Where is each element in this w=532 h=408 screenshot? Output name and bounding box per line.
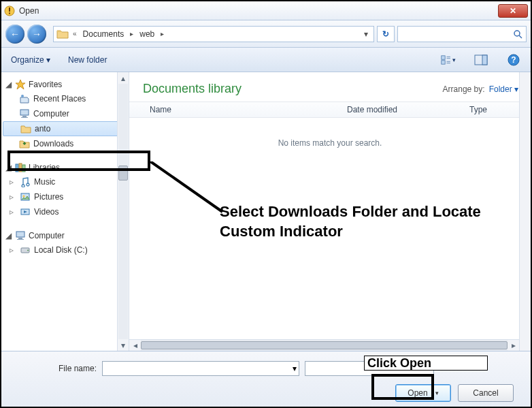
preview-pane-button[interactable]: [473, 52, 488, 67]
annotation-click-open: Click Open: [364, 356, 488, 371]
breadcrumb-dropdown[interactable]: ▾: [361, 29, 371, 39]
annotation-instruction: Select Downloads Folder and Locate Custo…: [220, 202, 492, 241]
sidebar-header-favorites[interactable]: ◢ Favorites: [1, 78, 129, 91]
breadcrumb[interactable]: « Documents ▸ web ▸ ▾: [53, 26, 374, 42]
favorites-icon: [15, 79, 26, 90]
svg-line-4: [519, 35, 522, 38]
sidebar-section-computer: ◢ Computer ▹ Local Disk (C:): [1, 229, 129, 257]
scroll-left-icon[interactable]: ◂: [129, 341, 141, 350]
scroll-thumb[interactable]: [118, 166, 128, 181]
search-icon: [513, 29, 522, 39]
sidebar-item-local-disk[interactable]: ▹ Local Disk (C:): [1, 242, 129, 257]
column-modified[interactable]: Date modified: [347, 105, 449, 114]
refresh-icon: ↻: [382, 29, 389, 39]
sidebar-item-label: anto: [35, 124, 50, 134]
svg-rect-19: [21, 117, 28, 118]
content-vscroll-gutter: [519, 72, 531, 351]
chevron-right-icon: ▸: [129, 30, 135, 37]
breadcrumb-item[interactable]: Documents: [81, 29, 127, 39]
sidebar-scrollbar[interactable]: ▴ ▾: [117, 72, 129, 351]
views-icon: [441, 54, 452, 66]
split-chevron-icon[interactable]: ▾: [432, 390, 439, 396]
sidebar-section-libraries: ◢ Libraries ▹ Music ▹ Pictures ▹ Videos: [1, 161, 129, 219]
new-folder-label: New folder: [68, 55, 107, 65]
sidebar-item-music[interactable]: ▹ Music: [1, 174, 129, 189]
chevron-icon: «: [71, 30, 78, 37]
sidebar-header-libraries[interactable]: ◢ Libraries: [1, 161, 129, 174]
scroll-down-icon[interactable]: ▾: [118, 339, 129, 351]
svg-rect-1: [9, 7, 10, 12]
libraries-icon: [15, 162, 26, 173]
hscroll-thumb[interactable]: [141, 341, 508, 349]
forward-button[interactable]: →: [27, 25, 46, 44]
scroll-track[interactable]: [118, 84, 128, 339]
expand-icon: ▹: [10, 192, 16, 202]
scroll-right-icon[interactable]: ▸: [508, 341, 519, 350]
new-folder-button[interactable]: New folder: [68, 55, 107, 65]
downloads-icon: [19, 138, 30, 149]
back-button[interactable]: ←: [5, 25, 24, 44]
arrow-right-icon: →: [32, 29, 41, 40]
help-icon: ?: [508, 54, 520, 66]
cancel-button-label: Cancel: [473, 388, 498, 398]
folder-icon: [20, 123, 31, 134]
sidebar-header-computer[interactable]: ◢ Computer: [1, 229, 129, 242]
libraries-label: Libraries: [29, 163, 60, 172]
nav-bar: ← → « Documents ▸ web ▸ ▾ ↻: [1, 20, 531, 48]
svg-rect-28: [18, 238, 22, 239]
cancel-button[interactable]: Cancel: [458, 384, 514, 402]
videos-icon: [20, 206, 31, 217]
sidebar-item-videos[interactable]: ▹ Videos: [1, 204, 129, 219]
file-name-input[interactable]: ▾: [102, 361, 299, 376]
arrange-label: Arrange by:: [443, 84, 485, 94]
column-type[interactable]: Type: [469, 105, 524, 114]
collapse-icon: ◢: [5, 80, 12, 89]
sidebar-item-anto[interactable]: anto: [3, 121, 127, 136]
arrange-value[interactable]: Folder ▾: [489, 84, 518, 94]
sidebar-section-favorites: ◢ Favorites Recent Places Computer anto …: [1, 78, 129, 151]
open-button-label: Open: [408, 388, 427, 398]
svg-point-31: [27, 250, 29, 251]
horizontal-scrollbar[interactable]: ◂ ▸: [129, 339, 519, 351]
preview-icon: [474, 54, 488, 65]
refresh-button[interactable]: ↻: [377, 26, 395, 42]
music-icon: [20, 176, 31, 187]
column-name[interactable]: Name: [150, 105, 327, 114]
column-headers[interactable]: Name Date modified Type: [129, 101, 531, 118]
sidebar-item-recent-places[interactable]: Recent Places: [1, 91, 129, 106]
close-button[interactable]: ✕: [498, 4, 528, 18]
disk-icon: [20, 245, 31, 255]
change-view-button[interactable]: ▾: [441, 52, 456, 67]
sidebar-item-label: Local Disk (C:): [34, 245, 88, 255]
svg-rect-18: [22, 116, 27, 117]
organize-menu[interactable]: Organize ▾: [11, 55, 50, 65]
sidebar-item-label: Videos: [34, 207, 59, 217]
open-button[interactable]: Open ▾: [395, 384, 451, 402]
hscroll-track[interactable]: [141, 340, 508, 351]
chevron-down-icon[interactable]: ▾: [293, 364, 297, 373]
empty-message: No items match your search.: [129, 118, 531, 168]
sidebar: ◢ Favorites Recent Places Computer anto …: [1, 72, 129, 351]
sidebar-item-label: Music: [34, 177, 55, 187]
svg-rect-6: [442, 60, 445, 63]
help-button[interactable]: ?: [506, 52, 521, 67]
arrange-by[interactable]: Arrange by: Folder ▾: [443, 84, 518, 94]
collapse-icon: ◢: [5, 163, 12, 172]
library-title: Documents library: [143, 82, 443, 96]
sidebar-item-computer-fav[interactable]: Computer: [1, 106, 129, 121]
search-input[interactable]: [397, 26, 527, 42]
arrow-left-icon: ←: [10, 29, 20, 40]
computer-label: Computer: [29, 231, 65, 240]
toolbar: Organize ▾ New folder ▾ ?: [1, 48, 531, 72]
title-bar: Open ✕: [1, 1, 531, 20]
breadcrumb-item[interactable]: web: [137, 29, 156, 39]
expand-icon: ▹: [10, 207, 16, 217]
svg-rect-20: [16, 164, 18, 172]
sidebar-item-pictures[interactable]: ▹ Pictures: [1, 189, 129, 204]
sidebar-item-downloads[interactable]: Downloads: [1, 136, 129, 151]
content-header: Documents library Arrange by: Folder ▾: [129, 72, 531, 101]
svg-rect-5: [442, 55, 445, 59]
svg-rect-17: [20, 110, 29, 115]
scroll-up-icon[interactable]: ▴: [118, 72, 129, 84]
svg-rect-27: [16, 232, 24, 237]
